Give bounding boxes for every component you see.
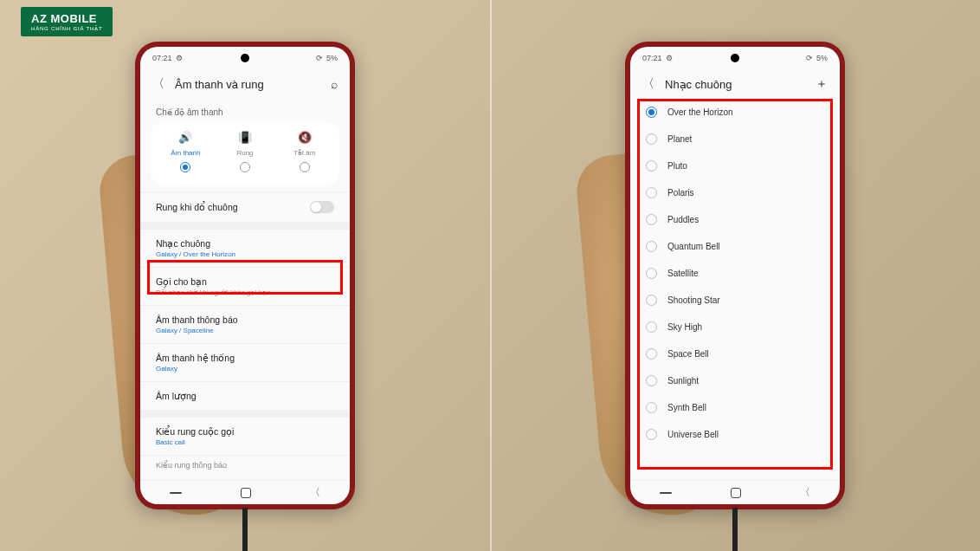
ringtone-label: Synth Bell <box>667 403 706 412</box>
phone-frame-right: 07:21 ⚙ ⟳ 5% 〈 Nhạc chuông ＋ Over the Ho… <box>625 42 845 509</box>
camera-hole-icon <box>241 54 249 62</box>
ringtone-item[interactable]: Quantum Bell <box>644 233 826 260</box>
battery-text: 5% <box>326 54 338 62</box>
camera-hole-icon <box>731 54 739 62</box>
ringtone-label: Universe Bell <box>667 430 719 439</box>
radio-icon[interactable] <box>646 321 657 333</box>
recent-apps-icon[interactable] <box>660 492 672 494</box>
battery-text: 5% <box>816 54 828 62</box>
mode-vibrate-button[interactable]: 📳 Rung <box>216 131 275 172</box>
ringtone-item[interactable]: Space Bell <box>644 340 826 367</box>
system-sound-row[interactable]: Âm thanh hệ thống Galaxy <box>140 343 350 381</box>
section-header-mode: Chế độ âm thanh <box>140 99 350 122</box>
ringtone-item[interactable]: Over the Horizon <box>644 99 826 126</box>
ringtone-label: Sunlight <box>667 376 699 386</box>
ringtone-label: Planet <box>667 134 692 144</box>
usb-cable <box>242 508 248 551</box>
add-icon[interactable]: ＋ <box>816 76 828 92</box>
ringtone-label: Over the Horizon <box>667 107 733 117</box>
mode-sound-button[interactable]: 🔊 Âm thanh <box>156 131 216 172</box>
radio-icon <box>300 162 310 172</box>
ringtone-label: Space Bell <box>667 349 709 359</box>
mute-icon: 🔇 <box>298 131 312 144</box>
ringtone-label: Puddles <box>667 215 699 224</box>
ringtone-label: Quantum Bell <box>667 242 720 251</box>
notif-vibration-row-partial[interactable]: Kiểu rung thông báo <box>140 455 350 470</box>
radio-icon[interactable] <box>646 241 657 252</box>
ringtone-list[interactable]: Over the HorizonPlanetPlutoPolarisPuddle… <box>630 99 840 480</box>
home-icon[interactable] <box>731 488 741 498</box>
nav-back-icon[interactable]: 〈 <box>800 485 810 500</box>
call-vibration-row[interactable]: Kiểu rung cuộc gọi Basic call <box>140 417 350 455</box>
notification-sound-row[interactable]: Âm thanh thông báo Galaxy / Spaceline <box>140 305 350 343</box>
ringtone-item[interactable]: Satellite <box>644 260 826 287</box>
radio-icon <box>240 162 250 172</box>
refresh-icon: ⟳ <box>806 54 813 62</box>
call-for-you-row[interactable]: Gọi cho bạn Đổi nhạc chờ khi người khác … <box>140 267 350 305</box>
ringtone-row[interactable]: Nhạc chuông Galaxy / Over the Horizon <box>140 229 350 267</box>
usb-cable <box>732 508 738 551</box>
sound-mode-card: 🔊 Âm thanh 📳 Rung 🔇 Tắt âm <box>151 122 339 185</box>
vibrate-icon: 📳 <box>238 131 252 144</box>
clock-text: 07:21 <box>642 54 662 62</box>
refresh-icon: ⟳ <box>316 54 323 62</box>
toggle-switch[interactable] <box>310 201 334 213</box>
clock-text: 07:21 <box>152 54 172 62</box>
ringtone-item[interactable]: Polaris <box>644 179 826 206</box>
mode-mute-button[interactable]: 🔇 Tắt âm <box>274 131 334 172</box>
navigation-bar: 〈 <box>140 480 350 504</box>
page-title: Nhạc chuông <box>665 78 805 91</box>
back-icon[interactable]: 〈 <box>152 76 164 92</box>
vibrate-while-ring-row[interactable]: Rung khi đổ chuông <box>140 191 350 222</box>
home-icon[interactable] <box>241 488 251 498</box>
nav-back-icon[interactable]: 〈 <box>310 485 320 500</box>
ringtone-label: Polaris <box>667 188 694 198</box>
radio-icon <box>180 162 190 172</box>
radio-icon[interactable] <box>646 295 657 306</box>
settings-small-icon: ⚙ <box>666 54 673 62</box>
ringtone-label: Satellite <box>667 269 699 278</box>
ringtone-item[interactable]: Puddles <box>644 206 826 233</box>
radio-icon[interactable] <box>646 160 657 172</box>
ringtone-item[interactable]: Pluto <box>644 152 826 179</box>
phone-frame-left: 07:21 ⚙ ⟳ 5% 〈 Âm thanh và rung ⌕ Chế độ… <box>135 42 355 509</box>
ringtone-item[interactable]: Planet <box>644 126 826 152</box>
ringtone-item[interactable]: Synth Bell <box>644 394 826 421</box>
radio-icon[interactable] <box>646 107 657 118</box>
ringtone-label: Sky High <box>667 322 702 332</box>
back-icon[interactable]: 〈 <box>642 76 654 92</box>
radio-icon[interactable] <box>646 187 657 198</box>
settings-small-icon: ⚙ <box>176 54 183 62</box>
radio-icon[interactable] <box>646 402 657 413</box>
radio-icon[interactable] <box>646 133 657 145</box>
radio-icon[interactable] <box>646 375 657 386</box>
image-divider <box>490 0 492 551</box>
ringtone-item[interactable]: Universe Bell <box>644 421 826 448</box>
radio-icon[interactable] <box>646 429 657 440</box>
radio-icon[interactable] <box>646 348 657 360</box>
ringtone-label: Shooting Star <box>667 295 720 305</box>
ringtone-item[interactable]: Sky High <box>644 314 826 340</box>
ringtone-item[interactable]: Sunlight <box>644 367 826 394</box>
navigation-bar: 〈 <box>630 480 840 504</box>
recent-apps-icon[interactable] <box>170 492 182 494</box>
speaker-icon: 🔊 <box>178 131 192 144</box>
ringtone-item[interactable]: Shooting Star <box>644 287 826 314</box>
radio-icon[interactable] <box>646 214 657 225</box>
volume-row[interactable]: Âm lượng <box>140 381 350 410</box>
radio-icon[interactable] <box>646 268 657 279</box>
page-title: Âm thanh và rung <box>175 78 320 91</box>
search-icon[interactable]: ⌕ <box>331 77 338 91</box>
ringtone-label: Pluto <box>667 161 687 171</box>
